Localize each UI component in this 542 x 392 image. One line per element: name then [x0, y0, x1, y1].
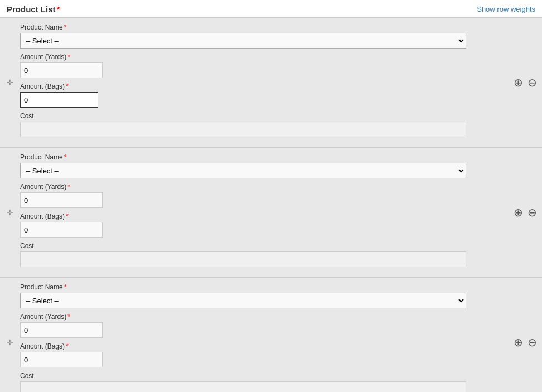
product-name-select-2[interactable]: – Select – — [20, 163, 466, 178]
drag-handle-2[interactable]: ✛ — [0, 148, 20, 277]
remove-row-button-3[interactable] — [526, 337, 538, 348]
cost-input-1[interactable] — [20, 122, 466, 137]
amount-yards-label-2: Amount (Yards)* — [20, 183, 502, 191]
remove-row-button-2[interactable] — [526, 207, 538, 218]
product-row-2: ✛ Product Name* – Select – Amount (Yards… — [0, 148, 542, 278]
amount-bags-input-2[interactable] — [20, 222, 103, 238]
cost-label-1: Cost — [20, 112, 502, 120]
amount-yards-input-1[interactable] — [20, 62, 103, 78]
amount-yards-group-2: Amount (Yards)* — [20, 183, 502, 208]
product-name-group-2: Product Name* – Select – — [20, 153, 502, 178]
product-fields-2: Product Name* – Select – Amount (Yards)*… — [20, 148, 509, 277]
remove-row-button-1[interactable] — [526, 77, 538, 88]
product-fields-3: Product Name* – Select – Amount (Yards)*… — [20, 278, 509, 392]
amount-bags-group-1: Amount (Bags)* — [20, 83, 502, 108]
page-header: Product List* Show row weights — [0, 0, 542, 18]
row-actions-3 — [509, 278, 542, 392]
amount-yards-label-3: Amount (Yards)* — [20, 313, 502, 321]
page-title: Product List* — [7, 4, 60, 14]
amount-bags-group-3: Amount (Bags)* — [20, 342, 502, 367]
product-name-select-1[interactable]: – Select – — [20, 33, 466, 49]
cost-input-2[interactable] — [20, 251, 466, 267]
amount-bags-input-1[interactable] — [20, 92, 98, 108]
amount-yards-group-1: Amount (Yards)* — [20, 53, 502, 78]
cost-group-3: Cost — [20, 372, 502, 392]
show-row-weights-link[interactable]: Show row weights — [477, 5, 535, 13]
cost-input-3[interactable] — [20, 381, 466, 392]
add-row-button-2[interactable] — [512, 207, 524, 218]
amount-yards-label-1: Amount (Yards)* — [20, 53, 502, 61]
product-name-group-1: Product Name* – Select – — [20, 23, 502, 49]
product-name-select-3[interactable]: – Select – — [20, 293, 466, 308]
add-row-button-3[interactable] — [512, 337, 524, 348]
drag-handle[interactable]: ✛ — [0, 18, 20, 147]
row-actions-1 — [509, 18, 542, 147]
product-name-group-3: Product Name* – Select – — [20, 283, 502, 308]
product-name-label-2: Product Name* — [20, 153, 502, 161]
row-actions-2 — [509, 148, 542, 277]
amount-bags-group-2: Amount (Bags)* — [20, 212, 502, 238]
cost-group-2: Cost — [20, 242, 502, 267]
drag-handle-3[interactable]: ✛ — [0, 278, 20, 392]
product-name-label-3: Product Name* — [20, 283, 502, 291]
amount-bags-label-3: Amount (Bags)* — [20, 342, 502, 350]
add-row-button-1[interactable] — [512, 77, 524, 88]
cost-group-1: Cost — [20, 112, 502, 137]
product-row-3: ✛ Product Name* – Select – Amount (Yards… — [0, 278, 542, 392]
product-list-container: ✛ Product Name* – Select – Amount (Yards… — [0, 18, 542, 392]
product-name-label-1: Product Name* — [20, 23, 502, 31]
amount-bags-label-2: Amount (Bags)* — [20, 212, 502, 220]
amount-yards-input-2[interactable] — [20, 192, 103, 208]
cost-label-2: Cost — [20, 242, 502, 250]
amount-bags-input-3[interactable] — [20, 352, 103, 367]
product-fields-1: Product Name* – Select – Amount (Yards)*… — [20, 18, 509, 147]
amount-bags-label-1: Amount (Bags)* — [20, 83, 502, 90]
cost-label-3: Cost — [20, 372, 502, 380]
amount-yards-input-3[interactable] — [20, 322, 103, 338]
amount-yards-group-3: Amount (Yards)* — [20, 313, 502, 338]
product-row: ✛ Product Name* – Select – Amount (Yards… — [0, 18, 542, 148]
